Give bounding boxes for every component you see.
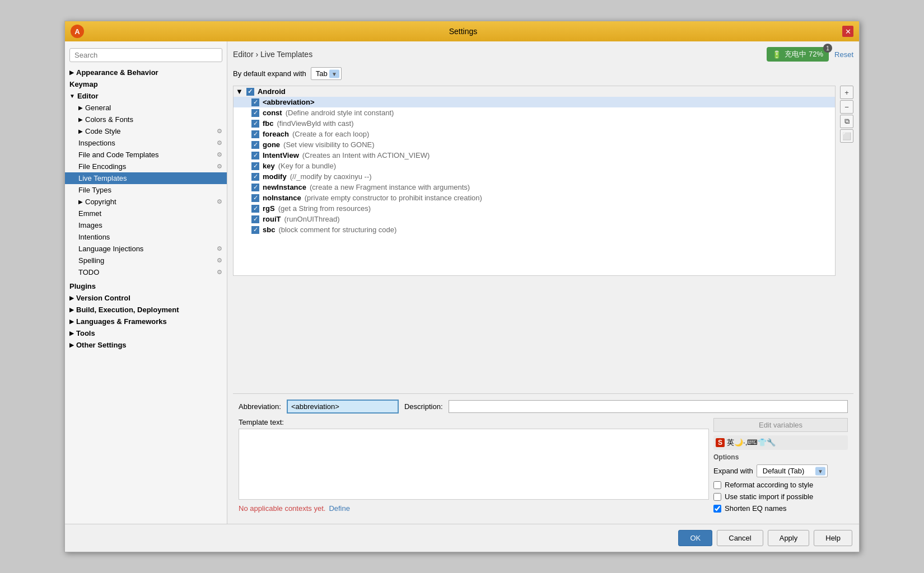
- sidebar-item-version-control[interactable]: ▶ Version Control: [65, 292, 227, 304]
- sidebar-item-file-code-templates[interactable]: File and Code Templates ⚙: [65, 149, 227, 161]
- reformat-checkbox[interactable]: [713, 481, 721, 489]
- sidebar-item-file-encodings[interactable]: File Encodings ⚙: [65, 161, 227, 172]
- reset-button[interactable]: Reset: [834, 50, 853, 59]
- template-row[interactable]: ✓ noInstance (private empty constructor …: [234, 192, 835, 203]
- template-text-area: Template text: No applicable contexts ye…: [239, 418, 848, 513]
- template-row[interactable]: ✓ sbc (block comment for structuring cod…: [234, 224, 835, 235]
- footer: OK Cancel Apply Help: [65, 524, 859, 552]
- template-abbr: <abbreviation>: [263, 98, 314, 106]
- category-checkbox[interactable]: ✓: [246, 88, 254, 96]
- minus-icon: −: [844, 103, 849, 111]
- sidebar-item-label: Spelling: [78, 256, 104, 265]
- template-checkbox[interactable]: ✓: [251, 226, 259, 234]
- template-desc: (//_modify by caoxinyu --): [290, 172, 372, 181]
- template-checkbox[interactable]: ✓: [251, 141, 259, 149]
- template-row[interactable]: ✓ modify (//_modify by caoxinyu --): [234, 171, 835, 182]
- sidebar-item-build[interactable]: ▶ Build, Execution, Deployment: [65, 304, 227, 316]
- sidebar-item-colors-fonts[interactable]: ▶ Colors & Fonts: [65, 114, 227, 125]
- template-checkbox[interactable]: ✓: [251, 173, 259, 181]
- static-import-checkbox[interactable]: [713, 493, 721, 501]
- template-checkbox[interactable]: ✓: [251, 152, 259, 159]
- sidebar-item-images[interactable]: Images: [65, 219, 227, 231]
- settings-icon: ⚙: [217, 128, 222, 135]
- apply-button[interactable]: Apply: [768, 530, 810, 546]
- template-row[interactable]: ✓ IntentView (Creates an Intent with ACT…: [234, 150, 835, 161]
- template-row[interactable]: ✓ rouiT (runOnUIThread): [234, 214, 835, 224]
- sidebar-item-label: Intentions: [78, 233, 110, 241]
- sidebar-item-other-settings[interactable]: ▶ Other Settings: [65, 339, 227, 351]
- template-checkbox[interactable]: ✓: [251, 162, 259, 170]
- sidebar-item-tools[interactable]: ▶ Tools: [65, 327, 227, 339]
- sidebar-item-label: Languages & Frameworks: [76, 317, 167, 326]
- copy-icon: ⧉: [844, 117, 850, 126]
- shorten-eq-label: Shorten EQ names: [725, 504, 787, 513]
- help-button[interactable]: Help: [814, 530, 852, 546]
- sidebar-item-editor[interactable]: ▼ Editor: [65, 90, 227, 102]
- sidebar-item-keymap[interactable]: Keymap: [65, 78, 227, 90]
- sidebar-item-spelling[interactable]: Spelling ⚙: [65, 255, 227, 266]
- description-input[interactable]: [449, 400, 848, 413]
- expand-with-select[interactable]: Tab: [311, 67, 342, 80]
- template-desc: (findViewByld with cast): [277, 119, 354, 128]
- battery-badge: 1: [823, 44, 832, 53]
- move-template-button[interactable]: ⬜: [840, 129, 853, 143]
- sidebar-item-label: File Types: [78, 186, 111, 194]
- sidebar-item-copyright[interactable]: ▶ Copyright ⚙: [65, 196, 227, 208]
- expand-with-options-select[interactable]: Default (Tab): [757, 464, 828, 477]
- sidebar-item-code-style[interactable]: ▶ Code Style ⚙: [65, 125, 227, 137]
- sidebar-item-language-injections[interactable]: Language Injections ⚙: [65, 243, 227, 255]
- template-checkbox[interactable]: ✓: [251, 109, 259, 117]
- sidebar-item-live-templates[interactable]: Live Templates: [65, 172, 227, 184]
- arrow-icon: ▶: [78, 199, 83, 205]
- battery-text: 充电中 72%: [785, 49, 823, 59]
- template-checkbox[interactable]: ✓: [251, 205, 259, 213]
- category-android[interactable]: ▼ ✓ Android: [234, 86, 835, 97]
- arrow-icon: ▶: [78, 116, 83, 123]
- sidebar-item-file-types[interactable]: File Types: [65, 184, 227, 196]
- sidebar-item-emmet[interactable]: Emmet: [65, 208, 227, 219]
- settings-icon: ⚙: [217, 198, 222, 205]
- template-row[interactable]: ✓ gone (Set view visibility to GONE): [234, 139, 835, 150]
- template-row[interactable]: ✓ foreach (Create a for each loop): [234, 129, 835, 139]
- template-row[interactable]: ✓ <abbreviation>: [234, 97, 835, 107]
- sidebar-item-plugins[interactable]: Plugins: [65, 280, 227, 292]
- template-checkbox[interactable]: ✓: [251, 98, 259, 106]
- abbr-desc-row: Abbreviation: Description:: [239, 400, 848, 414]
- template-textarea[interactable]: [239, 429, 709, 500]
- remove-template-button[interactable]: −: [840, 100, 853, 114]
- template-checkbox[interactable]: ✓: [251, 120, 259, 128]
- template-abbr: noInstance: [263, 194, 301, 202]
- shorten-eq-checkbox[interactable]: [713, 505, 721, 513]
- template-row[interactable]: ✓ rgS (get a String from resources): [234, 203, 835, 214]
- static-import-label: Use static import if possible: [725, 492, 813, 501]
- sidebar-item-languages[interactable]: ▶ Languages & Frameworks: [65, 316, 227, 327]
- sidebar-item-general[interactable]: ▶ General: [65, 102, 227, 114]
- define-link[interactable]: Define: [329, 504, 350, 513]
- add-template-button[interactable]: +: [840, 86, 853, 99]
- template-row[interactable]: ✓ newInstance (create a new Fragment ins…: [234, 182, 835, 192]
- template-list[interactable]: ▼ ✓ Android ✓ <abbreviation> ✓ const (De…: [233, 86, 836, 276]
- template-abbr: gone: [263, 140, 280, 149]
- sidebar-item-label: Images: [78, 221, 102, 229]
- sidebar-item-todo[interactable]: TODO ⚙: [65, 266, 227, 278]
- template-abbr: newInstance: [263, 183, 306, 191]
- edit-variables-button[interactable]: Edit variables: [713, 418, 848, 432]
- copy-template-button[interactable]: ⧉: [840, 115, 853, 128]
- ok-button[interactable]: OK: [678, 530, 712, 546]
- sidebar-item-inspections[interactable]: Inspections ⚙: [65, 137, 227, 149]
- template-row[interactable]: ✓ key (Key for a bundle): [234, 161, 835, 171]
- abbreviation-input[interactable]: [287, 400, 399, 414]
- sidebar-item-label: Keymap: [69, 80, 98, 88]
- template-checkbox[interactable]: ✓: [251, 215, 259, 223]
- sidebar-item-intentions[interactable]: Intentions: [65, 231, 227, 243]
- template-row[interactable]: ✓ const (Define android style int consta…: [234, 107, 835, 118]
- template-checkbox[interactable]: ✓: [251, 184, 259, 191]
- template-checkbox[interactable]: ✓: [251, 194, 259, 202]
- template-checkbox[interactable]: ✓: [251, 130, 259, 138]
- cancel-button[interactable]: Cancel: [717, 530, 763, 546]
- close-button[interactable]: ✕: [842, 26, 853, 37]
- sidebar-item-appearance[interactable]: ▶ Appearance & Behavior: [65, 67, 227, 78]
- expand-with-select-wrapper: Default (Tab): [757, 464, 828, 477]
- template-row[interactable]: ✓ fbc (findViewByld with cast): [234, 118, 835, 129]
- search-input[interactable]: [69, 48, 222, 62]
